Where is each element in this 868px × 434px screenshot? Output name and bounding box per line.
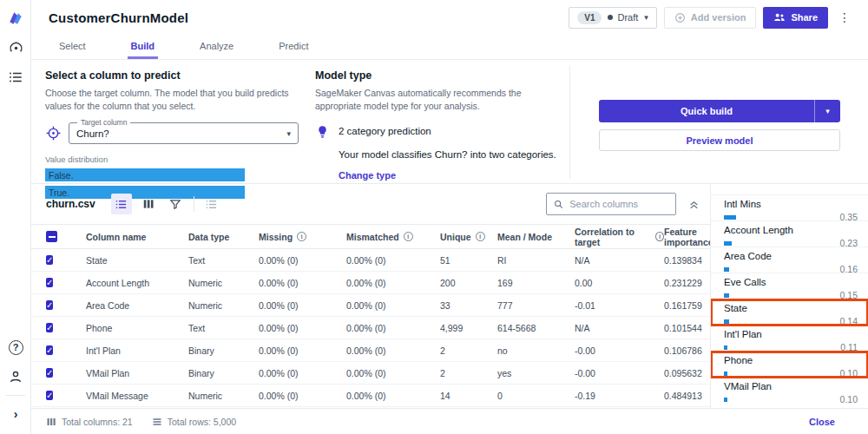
importance-item[interactable]: Account Length0.23 — [711, 221, 868, 247]
tab-predict[interactable]: Predict — [275, 35, 312, 59]
dataset-file-name: churn.csv — [46, 198, 95, 210]
cell-correlation: N/A — [575, 255, 664, 266]
cell-correlation: N/A — [575, 323, 664, 333]
cell-importance: 0.139834 — [664, 255, 710, 266]
importance-feature-name: Area Code — [724, 251, 858, 261]
table-row[interactable]: ✓StateText0.00% (0)0.00% (0)51RIN/A0.139… — [31, 249, 710, 272]
recommended-model-type: 2 category prediction — [339, 124, 431, 136]
cell-mismatched: 0.00% (0) — [346, 255, 440, 266]
cell-correlation: 0.00 — [575, 278, 664, 288]
search-columns-box[interactable] — [546, 193, 676, 215]
col-header-name[interactable]: Column name — [86, 232, 188, 242]
quick-build-button[interactable]: Quick build ▾ — [599, 100, 840, 122]
importance-value: 0.10 — [840, 394, 858, 404]
table-header-row: Column name Data type Missingi Mismatche… — [31, 224, 710, 249]
col-header-mismatched[interactable]: Mismatchedi — [346, 232, 440, 242]
col-header-missing[interactable]: Missingi — [259, 232, 346, 242]
collapse-panel-icon[interactable] — [688, 199, 700, 210]
importance-feature-name: Eve Calls — [724, 277, 858, 287]
table-toolbar: churn.csv — [31, 184, 710, 224]
table-row[interactable]: ✓VMail MessageNumeric0.00% (0)0.00% (0)1… — [31, 385, 710, 407]
cell-mean-mode: yes — [497, 368, 575, 378]
datasets-nav-icon[interactable] — [0, 62, 31, 92]
tab-build[interactable]: Build — [128, 35, 159, 59]
importance-item[interactable]: Phone0.10 — [711, 352, 868, 378]
table-row[interactable]: ✓Account LengthNumeric0.00% (0)0.00% (0)… — [31, 272, 710, 294]
account-icon[interactable] — [0, 362, 31, 391]
info-icon[interactable]: i — [404, 232, 413, 241]
tab-analyze[interactable]: Analyze — [196, 35, 237, 59]
left-nav-rail: ? › — [0, 0, 31, 434]
row-checkbox[interactable]: ✓ — [46, 368, 53, 378]
cell-mean-mode: 169 — [497, 278, 575, 288]
row-checkbox[interactable]: ✓ — [46, 255, 53, 265]
row-checkbox[interactable]: ✓ — [46, 391, 53, 400]
help-icon[interactable]: ? — [0, 332, 31, 362]
cell-missing: 0.00% (0) — [259, 278, 346, 288]
col-header-correlation[interactable]: Correlation to targeti — [575, 227, 664, 247]
info-icon[interactable]: i — [297, 232, 306, 241]
quick-build-caret-icon[interactable]: ▾ — [814, 100, 840, 122]
importance-item[interactable]: Eve Calls0.15 — [711, 273, 868, 299]
col-header-unique[interactable]: Uniquei — [440, 232, 497, 242]
change-type-link[interactable]: Change type — [339, 170, 396, 181]
more-options-icon[interactable]: ⋮ — [835, 10, 854, 24]
rows-count-icon — [152, 417, 162, 427]
value-distribution-label: Value distribution — [45, 155, 299, 164]
recipe-list-icon[interactable] — [201, 194, 222, 214]
importance-item[interactable]: Intl Mins0.35 — [711, 195, 868, 221]
add-version-button[interactable]: Add version — [664, 7, 757, 29]
cell-mean-mode: RI — [497, 255, 575, 266]
close-link[interactable]: Close — [809, 417, 835, 427]
version-selector[interactable]: V1 Draft ▾ — [569, 7, 657, 29]
info-icon[interactable]: i — [476, 232, 485, 241]
expand-rail-icon[interactable]: › — [0, 399, 31, 429]
importance-feature-name: Int'l Plan — [724, 329, 858, 339]
target-column-select[interactable]: Target column Churn? ▾ — [69, 122, 299, 144]
table-row[interactable]: ✓PhoneText0.00% (0)0.00% (0)4,999614-566… — [31, 317, 710, 339]
row-checkbox[interactable]: ✓ — [46, 345, 53, 355]
importance-item[interactable]: 0.42 — [711, 184, 868, 195]
chevron-down-icon: ▾ — [644, 13, 648, 22]
model-type-panel: Model type SageMaker Canvas automaticall… — [315, 69, 567, 182]
share-button[interactable]: Share — [763, 7, 828, 29]
cell-unique: 2 — [440, 368, 497, 378]
list-view-icon[interactable] — [111, 194, 132, 214]
grid-view-icon[interactable] — [138, 194, 159, 214]
row-checkbox[interactable]: ✓ — [46, 278, 53, 287]
table-row[interactable]: ✓Area CodeNumeric0.00% (0)0.00% (0)33777… — [31, 294, 710, 317]
importance-item[interactable]: VMail Plan0.10 — [711, 378, 868, 404]
preview-model-button[interactable]: Preview model — [599, 129, 840, 151]
table-row[interactable]: ✓Int'l PlanBinary0.00% (0)0.00% (0)2no-0… — [31, 339, 710, 362]
tab-select[interactable]: Select — [56, 35, 89, 59]
cell-correlation: -0.01 — [575, 300, 664, 311]
filter-icon[interactable] — [165, 194, 186, 214]
plus-circle-icon — [674, 12, 686, 23]
lightbulb-icon — [315, 124, 330, 139]
importance-item[interactable]: Int'l Plan0.11 — [711, 326, 868, 352]
importance-item[interactable]: State0.14 — [711, 299, 868, 326]
search-icon — [554, 199, 563, 210]
models-nav-icon[interactable] — [0, 33, 31, 62]
cell-unique: 200 — [440, 278, 497, 288]
col-header-type[interactable]: Data type — [188, 232, 259, 242]
search-columns-input[interactable] — [569, 199, 668, 209]
importance-item[interactable]: Area Code0.16 — [711, 247, 868, 273]
row-checkbox[interactable]: ✓ — [46, 323, 53, 332]
model-type-description: SageMaker Canvas automatically recommend… — [315, 87, 567, 113]
cell-data-type: Binary — [188, 368, 259, 378]
table-row[interactable]: ✓VMail PlanBinary0.00% (0)0.00% (0)2yes-… — [31, 362, 710, 385]
cell-column-name: Phone — [86, 323, 188, 333]
row-checkbox[interactable]: ✓ — [46, 300, 53, 310]
canvas-logo-icon[interactable] — [0, 3, 31, 33]
select-all-checkbox[interactable] — [46, 231, 57, 242]
app-header: CustomerChurnModel V1 Draft ▾ Add versio… — [31, 0, 868, 35]
importance-bar — [724, 398, 727, 402]
col-header-mean-mode[interactable]: Mean / Mode — [497, 232, 575, 242]
feature-importance-list: 0.42Intl Mins0.35Account Length0.23Area … — [711, 184, 868, 404]
col-header-importance[interactable]: Feature importance — [664, 227, 713, 247]
importance-feature-name: State — [724, 303, 858, 313]
info-icon[interactable]: i — [655, 232, 664, 241]
importance-bar — [724, 215, 736, 220]
cell-importance: 0.484913 — [664, 391, 710, 401]
